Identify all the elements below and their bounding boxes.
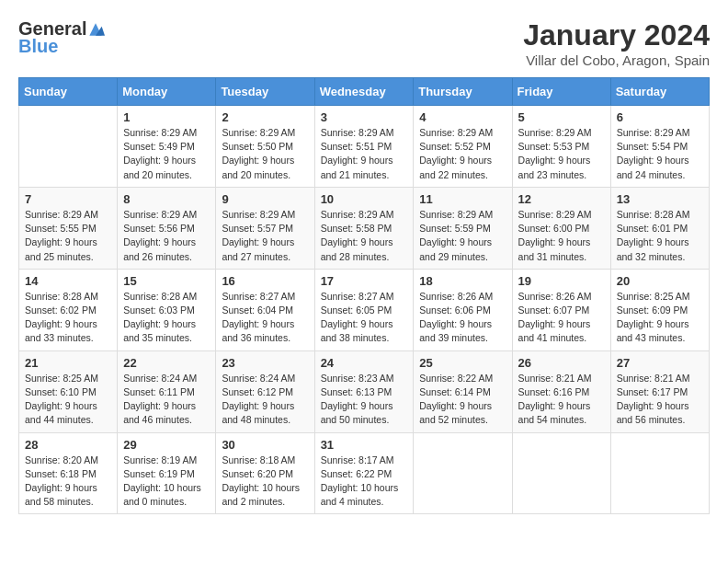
calendar-cell: 17 Sunrise: 8:27 AMSunset: 6:05 PMDaylig… bbox=[314, 269, 414, 350]
day-number: 4 bbox=[419, 110, 506, 124]
day-number: 15 bbox=[123, 274, 210, 288]
cell-info: Sunrise: 8:19 AMSunset: 6:19 PMDaylight:… bbox=[123, 454, 210, 510]
logo: General Blue bbox=[18, 18, 105, 57]
day-number: 27 bbox=[617, 356, 703, 370]
calendar-cell: 8 Sunrise: 8:29 AMSunset: 5:56 PMDayligh… bbox=[118, 187, 216, 269]
calendar-cell: 3 Sunrise: 8:29 AMSunset: 5:51 PMDayligh… bbox=[314, 106, 414, 188]
cell-info: Sunrise: 8:29 AMSunset: 5:57 PMDaylight:… bbox=[222, 208, 308, 264]
cell-info: Sunrise: 8:21 AMSunset: 6:16 PMDaylight:… bbox=[518, 372, 605, 428]
day-number: 22 bbox=[123, 356, 210, 370]
calendar-cell: 7 Sunrise: 8:29 AMSunset: 5:55 PMDayligh… bbox=[19, 187, 118, 269]
calendar-cell: 23 Sunrise: 8:24 AMSunset: 6:12 PMDaylig… bbox=[216, 350, 314, 432]
logo-blue-text: Blue bbox=[18, 36, 58, 57]
calendar-cell: 16 Sunrise: 8:27 AMSunset: 6:04 PMDaylig… bbox=[216, 269, 314, 350]
cell-info: Sunrise: 8:29 AMSunset: 6:00 PMDaylight:… bbox=[518, 208, 605, 264]
cell-info: Sunrise: 8:20 AMSunset: 6:18 PMDaylight:… bbox=[25, 454, 111, 510]
day-number: 7 bbox=[25, 192, 111, 206]
calendar-week-row: 1 Sunrise: 8:29 AMSunset: 5:49 PMDayligh… bbox=[19, 106, 710, 188]
calendar-cell: 11 Sunrise: 8:29 AMSunset: 5:59 PMDaylig… bbox=[414, 187, 512, 269]
day-number: 20 bbox=[617, 274, 703, 288]
day-number: 12 bbox=[518, 192, 605, 206]
calendar-cell: 30 Sunrise: 8:18 AMSunset: 6:20 PMDaylig… bbox=[216, 432, 314, 514]
title-section: January 2024 Villar del Cobo, Aragon, Sp… bbox=[523, 18, 710, 68]
cell-info: Sunrise: 8:29 AMSunset: 5:56 PMDaylight:… bbox=[123, 208, 210, 264]
day-number: 21 bbox=[25, 356, 111, 370]
day-number: 3 bbox=[321, 110, 408, 124]
cell-info: Sunrise: 8:23 AMSunset: 6:13 PMDaylight:… bbox=[321, 372, 408, 428]
calendar-cell: 1 Sunrise: 8:29 AMSunset: 5:49 PMDayligh… bbox=[118, 106, 216, 188]
day-number: 25 bbox=[419, 356, 506, 370]
cell-info: Sunrise: 8:29 AMSunset: 5:52 PMDaylight:… bbox=[419, 126, 506, 182]
logo-icon bbox=[86, 20, 105, 39]
calendar-cell: 18 Sunrise: 8:26 AMSunset: 6:06 PMDaylig… bbox=[414, 269, 512, 350]
day-header-sunday: Sunday bbox=[19, 78, 118, 106]
cell-info: Sunrise: 8:29 AMSunset: 5:50 PMDaylight:… bbox=[222, 126, 308, 182]
calendar-week-row: 14 Sunrise: 8:28 AMSunset: 6:02 PMDaylig… bbox=[19, 269, 710, 350]
header: General Blue January 2024 Villar del Cob… bbox=[18, 18, 710, 68]
calendar-cell bbox=[512, 432, 610, 514]
location: Villar del Cobo, Aragon, Spain bbox=[523, 52, 710, 68]
month-year: January 2024 bbox=[523, 18, 710, 52]
day-header-tuesday: Tuesday bbox=[216, 78, 314, 106]
day-number: 24 bbox=[321, 356, 408, 370]
day-header-monday: Monday bbox=[118, 78, 216, 106]
day-number: 11 bbox=[419, 192, 506, 206]
cell-info: Sunrise: 8:29 AMSunset: 5:53 PMDaylight:… bbox=[518, 126, 605, 182]
calendar-cell: 5 Sunrise: 8:29 AMSunset: 5:53 PMDayligh… bbox=[512, 106, 610, 188]
cell-info: Sunrise: 8:29 AMSunset: 5:54 PMDaylight:… bbox=[617, 126, 703, 182]
day-number: 14 bbox=[25, 274, 111, 288]
calendar-cell: 28 Sunrise: 8:20 AMSunset: 6:18 PMDaylig… bbox=[19, 432, 118, 514]
calendar-week-row: 28 Sunrise: 8:20 AMSunset: 6:18 PMDaylig… bbox=[19, 432, 710, 514]
cell-info: Sunrise: 8:27 AMSunset: 6:05 PMDaylight:… bbox=[321, 290, 408, 346]
day-number: 2 bbox=[222, 110, 308, 124]
day-number: 1 bbox=[123, 110, 210, 124]
cell-info: Sunrise: 8:29 AMSunset: 5:55 PMDaylight:… bbox=[25, 208, 111, 264]
day-number: 17 bbox=[321, 274, 408, 288]
cell-info: Sunrise: 8:21 AMSunset: 6:17 PMDaylight:… bbox=[617, 372, 703, 428]
cell-info: Sunrise: 8:17 AMSunset: 6:22 PMDaylight:… bbox=[321, 454, 408, 510]
cell-info: Sunrise: 8:24 AMSunset: 6:11 PMDaylight:… bbox=[123, 372, 210, 428]
calendar-cell: 25 Sunrise: 8:22 AMSunset: 6:14 PMDaylig… bbox=[414, 350, 512, 432]
cell-info: Sunrise: 8:18 AMSunset: 6:20 PMDaylight:… bbox=[222, 454, 308, 510]
calendar-cell: 31 Sunrise: 8:17 AMSunset: 6:22 PMDaylig… bbox=[314, 432, 414, 514]
day-number: 6 bbox=[617, 110, 703, 124]
calendar-cell: 26 Sunrise: 8:21 AMSunset: 6:16 PMDaylig… bbox=[512, 350, 610, 432]
cell-info: Sunrise: 8:26 AMSunset: 6:07 PMDaylight:… bbox=[518, 290, 605, 346]
day-number: 13 bbox=[617, 192, 703, 206]
calendar-cell: 6 Sunrise: 8:29 AMSunset: 5:54 PMDayligh… bbox=[610, 106, 709, 188]
day-number: 30 bbox=[222, 438, 308, 452]
day-number: 19 bbox=[518, 274, 605, 288]
calendar-cell: 4 Sunrise: 8:29 AMSunset: 5:52 PMDayligh… bbox=[414, 106, 512, 188]
calendar-week-row: 21 Sunrise: 8:25 AMSunset: 6:10 PMDaylig… bbox=[19, 350, 710, 432]
calendar-week-row: 7 Sunrise: 8:29 AMSunset: 5:55 PMDayligh… bbox=[19, 187, 710, 269]
calendar-cell: 24 Sunrise: 8:23 AMSunset: 6:13 PMDaylig… bbox=[314, 350, 414, 432]
cell-info: Sunrise: 8:29 AMSunset: 5:49 PMDaylight:… bbox=[123, 126, 210, 182]
day-number: 8 bbox=[123, 192, 210, 206]
day-number: 10 bbox=[321, 192, 408, 206]
day-number: 28 bbox=[25, 438, 111, 452]
day-number: 26 bbox=[518, 356, 605, 370]
cell-info: Sunrise: 8:28 AMSunset: 6:03 PMDaylight:… bbox=[123, 290, 210, 346]
calendar-cell: 20 Sunrise: 8:25 AMSunset: 6:09 PMDaylig… bbox=[610, 269, 709, 350]
day-number: 16 bbox=[222, 274, 308, 288]
day-number: 18 bbox=[419, 274, 506, 288]
calendar-cell bbox=[414, 432, 512, 514]
cell-info: Sunrise: 8:24 AMSunset: 6:12 PMDaylight:… bbox=[222, 372, 308, 428]
cell-info: Sunrise: 8:29 AMSunset: 5:51 PMDaylight:… bbox=[321, 126, 408, 182]
cell-info: Sunrise: 8:27 AMSunset: 6:04 PMDaylight:… bbox=[222, 290, 308, 346]
calendar-cell: 10 Sunrise: 8:29 AMSunset: 5:58 PMDaylig… bbox=[314, 187, 414, 269]
calendar-cell bbox=[610, 432, 709, 514]
cell-info: Sunrise: 8:22 AMSunset: 6:14 PMDaylight:… bbox=[419, 372, 506, 428]
calendar-cell: 22 Sunrise: 8:24 AMSunset: 6:11 PMDaylig… bbox=[118, 350, 216, 432]
cell-info: Sunrise: 8:29 AMSunset: 5:58 PMDaylight:… bbox=[321, 208, 408, 264]
calendar-cell: 13 Sunrise: 8:28 AMSunset: 6:01 PMDaylig… bbox=[610, 187, 709, 269]
cell-info: Sunrise: 8:25 AMSunset: 6:09 PMDaylight:… bbox=[617, 290, 703, 346]
day-number: 31 bbox=[321, 438, 408, 452]
cell-info: Sunrise: 8:25 AMSunset: 6:10 PMDaylight:… bbox=[25, 372, 111, 428]
calendar-cell: 15 Sunrise: 8:28 AMSunset: 6:03 PMDaylig… bbox=[118, 269, 216, 350]
calendar-cell: 19 Sunrise: 8:26 AMSunset: 6:07 PMDaylig… bbox=[512, 269, 610, 350]
cell-info: Sunrise: 8:28 AMSunset: 6:01 PMDaylight:… bbox=[617, 208, 703, 264]
cell-info: Sunrise: 8:26 AMSunset: 6:06 PMDaylight:… bbox=[419, 290, 506, 346]
day-number: 23 bbox=[222, 356, 308, 370]
calendar: SundayMondayTuesdayWednesdayThursdayFrid… bbox=[18, 77, 710, 514]
